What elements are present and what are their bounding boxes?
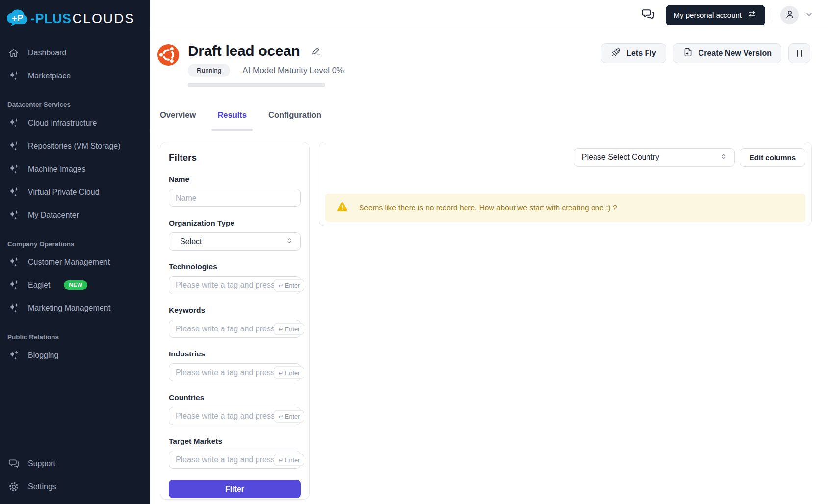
enter-key-hint: ↵ Enter <box>274 410 304 422</box>
chevron-up-down-icon <box>285 237 293 247</box>
file-plus-icon <box>683 47 693 59</box>
header-divider <box>773 9 773 22</box>
svg-text:+P: +P <box>12 12 24 23</box>
sparkles-icon <box>7 140 20 152</box>
page-title: Draft lead ocean <box>188 43 300 59</box>
sparkles-icon <box>7 117 20 129</box>
sidebar-item-blogging[interactable]: Blogging <box>0 344 150 367</box>
filter-field-keywords: Keywords ↵ Enter <box>169 306 301 338</box>
account-menu-caret[interactable] <box>805 10 813 20</box>
tab-results[interactable]: Results <box>217 110 247 130</box>
sparkles-icon <box>7 70 20 82</box>
gear-icon <box>7 480 20 493</box>
edit-columns-button[interactable]: Edit columns <box>740 148 805 167</box>
brand-logo[interactable]: +P -PLUSCLOUDS <box>0 6 150 31</box>
page-head: Draft lead ocean Running AI Model Maturi… <box>150 30 828 87</box>
warning-icon <box>337 202 348 214</box>
maturity-label: AI Model Maturity Level 0% <box>242 66 344 76</box>
avatar[interactable] <box>780 6 799 24</box>
filter-field-technologies: Technologies ↵ Enter <box>169 262 301 294</box>
sidebar-item-dashboard[interactable]: Dashboard <box>0 41 150 64</box>
new-badge: NEW <box>64 280 87 290</box>
sidebar-section-datacenter-services: Datacenter Services <box>0 101 150 108</box>
main-area: My personal account <box>150 0 828 504</box>
switch-arrows-icon <box>747 9 757 21</box>
home-icon <box>7 47 20 59</box>
empty-results-alert: Seems like there is no record here. How … <box>325 194 805 222</box>
results-panel: Please Select Country Edit columns Seems… <box>319 142 812 226</box>
sidebar-item-marketing-management[interactable]: Marketing Management <box>0 297 150 320</box>
sparkles-icon <box>7 302 20 315</box>
sparkles-icon <box>7 186 20 199</box>
sidebar-item-my-datacenter[interactable]: My Datacenter <box>0 203 150 227</box>
sidebar-item-marketplace[interactable]: Marketplace <box>0 64 150 87</box>
chat-icon <box>7 457 20 470</box>
filter-field-name: Name <box>169 175 301 207</box>
account-switch-button[interactable]: My personal account <box>666 5 765 25</box>
pencil-icon <box>311 46 322 58</box>
sidebar-footer: Support Settings <box>0 452 150 504</box>
enter-key-hint: ↵ Enter <box>274 366 304 378</box>
sidebar-item-support[interactable]: Support <box>0 452 150 475</box>
sidebar-item-eaglet[interactable]: Eaglet NEW <box>0 274 150 297</box>
sidebar: +P -PLUSCLOUDS Dashboard Marketplace Dat… <box>0 0 150 504</box>
name-input[interactable] <box>169 189 301 207</box>
filter-field-countries: Countries ↵ Enter <box>169 393 301 425</box>
sidebar-item-virtual-private-cloud[interactable]: Virtual Private Cloud <box>0 180 150 203</box>
sparkles-icon <box>7 256 20 269</box>
chevron-up-down-icon <box>720 152 728 163</box>
content-area: Filters Name Organization Type Select Te… <box>150 130 828 504</box>
sidebar-section-public-relations: Public Relations <box>0 333 150 341</box>
tab-configuration[interactable]: Configuration <box>268 110 321 130</box>
filter-field-target-markets: Target Markets ↵ Enter <box>169 437 301 469</box>
maturity-progress <box>188 83 325 87</box>
organization-type-select[interactable]: Select <box>169 232 301 251</box>
rocket-icon <box>611 47 621 59</box>
lets-fly-button[interactable]: Lets Fly <box>601 43 666 63</box>
filters-panel: Filters Name Organization Type Select Te… <box>160 142 310 500</box>
pause-button[interactable] <box>788 43 810 63</box>
enter-key-hint: ↵ Enter <box>274 323 304 335</box>
chevron-down-icon <box>805 10 813 20</box>
pause-icon <box>797 50 798 57</box>
sparkles-icon <box>7 209 20 222</box>
chat-button[interactable] <box>641 7 655 23</box>
empty-results-message: Seems like there is no record here. How … <box>359 203 617 212</box>
sidebar-item-customer-management[interactable]: Customer Management <box>0 251 150 274</box>
filter-field-organization-type: Organization Type Select <box>169 219 301 251</box>
sidebar-item-settings[interactable]: Settings <box>0 475 150 498</box>
tab-overview[interactable]: Overview <box>160 110 196 130</box>
sidebar-section-company-operations: Company Operations <box>0 240 150 248</box>
sidebar-item-machine-images[interactable]: Machine Images <box>0 157 150 180</box>
top-header: My personal account <box>150 0 828 30</box>
person-icon <box>784 9 795 22</box>
filters-title: Filters <box>169 152 301 163</box>
enter-key-hint: ↵ Enter <box>274 279 304 291</box>
tab-bar: Overview Results Configuration <box>150 110 828 130</box>
create-new-version-button[interactable]: Create New Version <box>673 43 781 63</box>
filter-field-industries: Industries ↵ Enter <box>169 350 301 381</box>
sparkles-icon <box>7 349 20 362</box>
country-select[interactable]: Please Select Country <box>574 148 735 167</box>
chat-icon <box>641 7 655 23</box>
edit-title-button[interactable] <box>311 46 322 58</box>
enter-key-hint: ↵ Enter <box>274 454 304 466</box>
brand-wordmark: -PLUSCLOUDS <box>30 11 135 26</box>
status-badge: Running <box>188 64 230 77</box>
sparkles-icon <box>7 163 20 176</box>
plusclouds-cloud-icon: +P <box>6 8 28 29</box>
sidebar-item-cloud-infrastructure[interactable]: Cloud Infrastructure <box>0 111 150 134</box>
ubuntu-logo <box>157 44 179 66</box>
filter-submit-button[interactable]: Filter <box>169 480 301 498</box>
sparkles-icon <box>7 279 20 292</box>
sidebar-item-repositories[interactable]: Repositories (VM Storage) <box>0 134 150 157</box>
